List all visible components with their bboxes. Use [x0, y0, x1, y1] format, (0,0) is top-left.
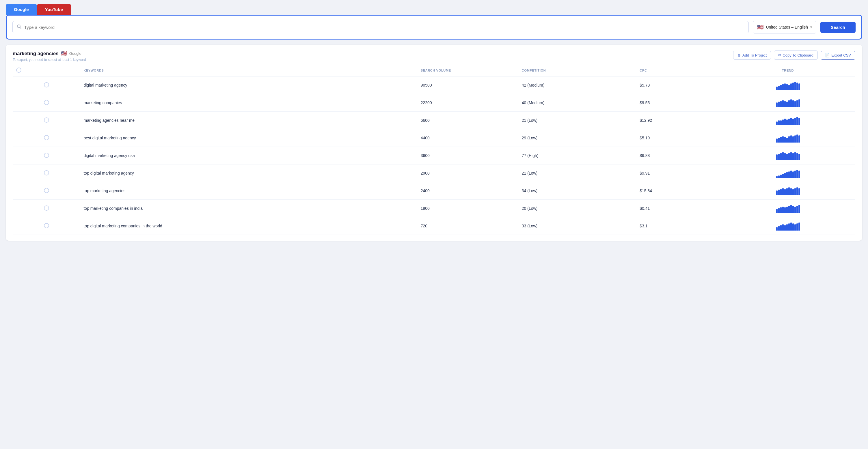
- trend-bar-segment: [784, 84, 786, 90]
- row-select-radio[interactable]: [44, 153, 49, 158]
- row-search-volume: 90500: [417, 76, 518, 94]
- trend-bar-segment: [782, 174, 784, 178]
- trend-bar-segment: [788, 223, 790, 230]
- header-competition: COMPETITION: [518, 65, 637, 76]
- trend-bar-segment: [780, 207, 782, 213]
- row-trend: [720, 76, 855, 94]
- trend-bar-segment: [788, 206, 790, 213]
- row-select-radio[interactable]: [44, 188, 49, 193]
- row-keyword: top marketing companies in india: [80, 200, 417, 217]
- row-search-volume: 22200: [417, 94, 518, 112]
- trend-bar-segment: [790, 223, 792, 230]
- trend-bar-segment: [796, 100, 798, 107]
- trend-bar-segment: [782, 188, 784, 195]
- tabs-bar: Google YouTube: [0, 0, 868, 15]
- row-keyword: digital marketing agency: [80, 76, 417, 94]
- trend-bar-segment: [788, 119, 790, 125]
- trend-bar-segment: [786, 138, 788, 142]
- clipboard-icon: ⧉: [778, 53, 781, 57]
- row-keyword: top digital marketing companies in the w…: [80, 217, 417, 235]
- trend-bar-segment: [790, 135, 792, 142]
- trend-bar-segment: [790, 152, 792, 160]
- trend-bar-segment: [790, 188, 792, 195]
- row-trend: [720, 147, 855, 164]
- trend-bar-segment: [796, 206, 798, 213]
- row-cpc: $9.91: [636, 164, 720, 182]
- row-search-volume: 2400: [417, 182, 518, 200]
- search-button[interactable]: Search: [820, 22, 856, 33]
- trend-bar-segment: [798, 135, 800, 142]
- trend-bar-segment: [794, 188, 796, 195]
- trend-bar-segment: [780, 225, 782, 230]
- trend-bar-segment: [780, 189, 782, 195]
- trend-bar-segment: [784, 153, 786, 160]
- add-to-project-button[interactable]: ⊕ Add To Project: [733, 51, 771, 60]
- trend-bars: [724, 168, 852, 178]
- trend-bar-segment: [778, 154, 780, 160]
- row-select-radio[interactable]: [44, 100, 49, 105]
- trend-bar-segment: [786, 188, 788, 195]
- trend-bar-segment: [794, 170, 796, 178]
- trend-bar-segment: [780, 120, 782, 125]
- trend-bar-segment: [780, 137, 782, 142]
- copy-to-clipboard-label: Copy To Clipboard: [782, 53, 813, 57]
- trend-bar-segment: [798, 188, 800, 195]
- trend-bar-segment: [798, 99, 800, 107]
- trend-bar-segment: [782, 136, 784, 142]
- tab-google[interactable]: Google: [6, 4, 37, 15]
- export-csv-button[interactable]: 📄 Export CSV: [820, 51, 855, 60]
- row-cpc: $3.1: [636, 217, 720, 235]
- trend-bar-segment: [778, 86, 780, 90]
- row-trend: [720, 182, 855, 200]
- trend-bar-segment: [780, 153, 782, 160]
- row-trend: [720, 94, 855, 112]
- row-trend: [720, 129, 855, 147]
- row-cpc: $5.19: [636, 129, 720, 147]
- keyword-search-input[interactable]: [24, 25, 744, 30]
- row-select-radio[interactable]: [44, 118, 49, 123]
- trend-bar-segment: [794, 224, 796, 230]
- trend-bar-segment: [786, 172, 788, 178]
- trend-bar-segment: [796, 117, 798, 125]
- tab-youtube[interactable]: YouTube: [37, 4, 71, 15]
- row-select-cell: [13, 164, 80, 182]
- trend-bar-segment: [790, 99, 792, 107]
- plus-icon: ⊕: [738, 53, 741, 57]
- row-trend: [720, 164, 855, 182]
- row-select-radio[interactable]: [44, 135, 49, 140]
- header-trend: TREND: [720, 65, 855, 76]
- trend-bar-segment: [784, 207, 786, 213]
- row-select-radio[interactable]: [44, 205, 49, 211]
- trend-bar-segment: [794, 152, 796, 160]
- trend-bar-segment: [792, 119, 794, 125]
- trend-bar-segment: [780, 85, 782, 90]
- trend-bar-segment: [784, 173, 786, 178]
- trend-bar-segment: [788, 100, 790, 107]
- keywords-table: KEYWORDS SEARCH VOLUME COMPETITION CPC T…: [13, 65, 855, 235]
- trend-bars: [724, 204, 852, 213]
- trend-bar-segment: [786, 224, 788, 230]
- row-select-cell: [13, 129, 80, 147]
- trend-bar-segment: [776, 87, 778, 90]
- row-competition: 20 (Low): [518, 200, 637, 217]
- search-container: 🇺🇸 United States – English ▾ Search: [6, 15, 862, 39]
- row-select-radio[interactable]: [44, 82, 49, 88]
- trend-bar-segment: [776, 154, 778, 160]
- trend-bar-segment: [778, 208, 780, 213]
- trend-bar-segment: [798, 154, 800, 160]
- results-subtitle: To export, you need to select at least 1…: [13, 58, 86, 62]
- copy-to-clipboard-button[interactable]: ⧉ Copy To Clipboard: [774, 51, 818, 60]
- trend-bar-segment: [786, 102, 788, 107]
- row-keyword: best digital marketing agency: [80, 129, 417, 147]
- row-select-cell: [13, 217, 80, 235]
- trend-bar-segment: [784, 119, 786, 125]
- trend-bar-segment: [776, 138, 778, 142]
- locale-selector[interactable]: 🇺🇸 United States – English ▾: [753, 21, 816, 33]
- row-select-radio[interactable]: [44, 223, 49, 228]
- select-all-circle[interactable]: [16, 67, 21, 73]
- trend-bars: [724, 186, 852, 195]
- trend-bar-segment: [790, 84, 792, 90]
- table-row: top digital marketing companies in the w…: [13, 217, 855, 235]
- row-select-radio[interactable]: [44, 170, 49, 175]
- table-row: best digital marketing agency440029 (Low…: [13, 129, 855, 147]
